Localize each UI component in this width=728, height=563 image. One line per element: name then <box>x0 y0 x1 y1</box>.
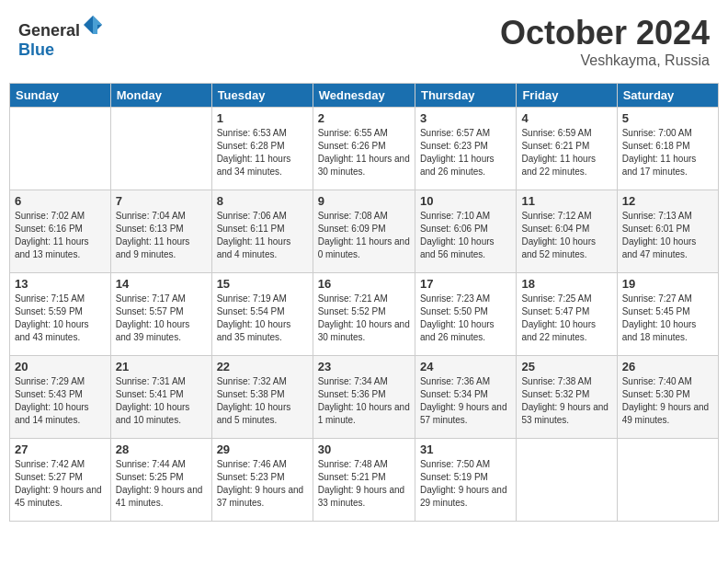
day-number: 15 <box>217 277 308 291</box>
day-info: Sunrise: 6:57 AM Sunset: 6:23 PM Dayligh… <box>420 127 511 178</box>
calendar-cell: 31Sunrise: 7:50 AM Sunset: 5:19 PM Dayli… <box>415 439 516 522</box>
day-info: Sunrise: 7:13 AM Sunset: 6:01 PM Dayligh… <box>622 210 713 261</box>
day-number: 12 <box>622 194 713 208</box>
day-info: Sunrise: 7:23 AM Sunset: 5:50 PM Dayligh… <box>420 293 511 344</box>
page-header: General Blue October 2024 Veshkayma, Rus… <box>9 9 719 74</box>
day-number: 29 <box>217 442 308 456</box>
month-title: October 2024 <box>500 14 710 52</box>
location-title: Veshkayma, Russia <box>500 52 710 69</box>
calendar-cell: 17Sunrise: 7:23 AM Sunset: 5:50 PM Dayli… <box>415 273 516 356</box>
calendar-cell: 16Sunrise: 7:21 AM Sunset: 5:52 PM Dayli… <box>313 273 415 356</box>
logo-icon <box>82 14 104 36</box>
day-number: 26 <box>622 360 713 373</box>
day-number: 18 <box>521 277 611 291</box>
logo-general: General <box>18 21 80 40</box>
day-number: 16 <box>318 277 410 291</box>
day-info: Sunrise: 7:17 AM Sunset: 5:57 PM Dayligh… <box>116 293 207 344</box>
day-number: 8 <box>217 194 308 208</box>
weekday-header-tuesday: Tuesday <box>211 84 313 108</box>
day-number: 9 <box>318 194 410 208</box>
day-info: Sunrise: 7:04 AM Sunset: 6:13 PM Dayligh… <box>116 210 207 261</box>
day-number: 6 <box>15 194 106 208</box>
calendar-cell <box>10 108 111 190</box>
calendar-cell: 12Sunrise: 7:13 AM Sunset: 6:01 PM Dayli… <box>617 190 718 273</box>
day-info: Sunrise: 7:38 AM Sunset: 5:32 PM Dayligh… <box>521 375 611 427</box>
calendar-cell: 13Sunrise: 7:15 AM Sunset: 5:59 PM Dayli… <box>10 273 111 356</box>
calendar-cell <box>517 439 617 522</box>
weekday-header-saturday: Saturday <box>617 84 718 108</box>
calendar-cell: 14Sunrise: 7:17 AM Sunset: 5:57 PM Dayli… <box>110 273 211 356</box>
calendar-table: SundayMondayTuesdayWednesdayThursdayFrid… <box>9 83 719 522</box>
day-info: Sunrise: 7:36 AM Sunset: 5:34 PM Dayligh… <box>420 375 511 427</box>
day-info: Sunrise: 7:21 AM Sunset: 5:52 PM Dayligh… <box>318 293 410 344</box>
day-info: Sunrise: 7:48 AM Sunset: 5:21 PM Dayligh… <box>318 458 410 510</box>
day-info: Sunrise: 7:42 AM Sunset: 5:27 PM Dayligh… <box>15 458 106 510</box>
calendar-cell: 2Sunrise: 6:55 AM Sunset: 6:26 PM Daylig… <box>313 108 415 190</box>
day-info: Sunrise: 7:29 AM Sunset: 5:43 PM Dayligh… <box>15 375 106 427</box>
logo: General Blue <box>18 14 104 60</box>
calendar-cell: 11Sunrise: 7:12 AM Sunset: 6:04 PM Dayli… <box>517 190 617 273</box>
calendar-cell: 19Sunrise: 7:27 AM Sunset: 5:45 PM Dayli… <box>617 273 718 356</box>
calendar-cell: 7Sunrise: 7:04 AM Sunset: 6:13 PM Daylig… <box>110 190 211 273</box>
calendar-cell <box>110 108 211 190</box>
day-info: Sunrise: 7:31 AM Sunset: 5:41 PM Dayligh… <box>116 375 207 427</box>
day-info: Sunrise: 6:55 AM Sunset: 6:26 PM Dayligh… <box>318 127 410 178</box>
day-number: 5 <box>622 111 713 125</box>
day-number: 22 <box>217 360 308 373</box>
calendar-cell: 1Sunrise: 6:53 AM Sunset: 6:28 PM Daylig… <box>211 108 313 190</box>
calendar-cell: 22Sunrise: 7:32 AM Sunset: 5:38 PM Dayli… <box>211 356 313 439</box>
day-info: Sunrise: 7:00 AM Sunset: 6:18 PM Dayligh… <box>622 127 713 178</box>
day-info: Sunrise: 7:25 AM Sunset: 5:47 PM Dayligh… <box>521 293 611 344</box>
weekday-header-wednesday: Wednesday <box>313 84 415 108</box>
calendar-cell: 29Sunrise: 7:46 AM Sunset: 5:23 PM Dayli… <box>211 439 313 522</box>
calendar-cell: 8Sunrise: 7:06 AM Sunset: 6:11 PM Daylig… <box>211 190 313 273</box>
day-number: 4 <box>521 111 611 125</box>
day-number: 11 <box>521 194 611 208</box>
day-info: Sunrise: 7:12 AM Sunset: 6:04 PM Dayligh… <box>521 210 611 261</box>
day-number: 27 <box>15 442 106 456</box>
calendar-cell: 27Sunrise: 7:42 AM Sunset: 5:27 PM Dayli… <box>10 439 111 522</box>
calendar-cell: 28Sunrise: 7:44 AM Sunset: 5:25 PM Dayli… <box>110 439 211 522</box>
calendar-cell: 5Sunrise: 7:00 AM Sunset: 6:18 PM Daylig… <box>617 108 718 190</box>
day-info: Sunrise: 7:08 AM Sunset: 6:09 PM Dayligh… <box>318 210 410 261</box>
calendar-cell: 6Sunrise: 7:02 AM Sunset: 6:16 PM Daylig… <box>10 190 111 273</box>
day-info: Sunrise: 7:06 AM Sunset: 6:11 PM Dayligh… <box>217 210 308 261</box>
day-info: Sunrise: 7:15 AM Sunset: 5:59 PM Dayligh… <box>15 293 106 344</box>
day-info: Sunrise: 6:59 AM Sunset: 6:21 PM Dayligh… <box>521 127 611 178</box>
calendar-cell: 3Sunrise: 6:57 AM Sunset: 6:23 PM Daylig… <box>415 108 516 190</box>
day-info: Sunrise: 7:02 AM Sunset: 6:16 PM Dayligh… <box>15 210 106 261</box>
weekday-header-friday: Friday <box>517 84 617 108</box>
day-info: Sunrise: 7:32 AM Sunset: 5:38 PM Dayligh… <box>217 375 308 427</box>
day-number: 3 <box>420 111 511 125</box>
day-info: Sunrise: 7:10 AM Sunset: 6:06 PM Dayligh… <box>420 210 511 261</box>
day-number: 19 <box>622 277 713 291</box>
calendar-cell: 15Sunrise: 7:19 AM Sunset: 5:54 PM Dayli… <box>211 273 313 356</box>
day-number: 20 <box>15 360 106 373</box>
calendar-cell: 24Sunrise: 7:36 AM Sunset: 5:34 PM Dayli… <box>415 356 516 439</box>
weekday-header-monday: Monday <box>110 84 211 108</box>
day-info: Sunrise: 7:34 AM Sunset: 5:36 PM Dayligh… <box>318 375 410 427</box>
calendar-cell: 20Sunrise: 7:29 AM Sunset: 5:43 PM Dayli… <box>10 356 111 439</box>
calendar-cell: 21Sunrise: 7:31 AM Sunset: 5:41 PM Dayli… <box>110 356 211 439</box>
day-number: 17 <box>420 277 511 291</box>
weekday-header-sunday: Sunday <box>10 84 111 108</box>
logo-blue: Blue <box>18 40 54 59</box>
calendar-cell <box>617 439 718 522</box>
title-block: October 2024 Veshkayma, Russia <box>500 14 710 69</box>
calendar-cell: 9Sunrise: 7:08 AM Sunset: 6:09 PM Daylig… <box>313 190 415 273</box>
day-number: 10 <box>420 194 511 208</box>
day-number: 25 <box>521 360 611 373</box>
day-number: 13 <box>15 277 106 291</box>
calendar-cell: 23Sunrise: 7:34 AM Sunset: 5:36 PM Dayli… <box>313 356 415 439</box>
day-info: Sunrise: 7:46 AM Sunset: 5:23 PM Dayligh… <box>217 458 308 510</box>
logo-text: General Blue <box>18 14 104 60</box>
day-info: Sunrise: 7:19 AM Sunset: 5:54 PM Dayligh… <box>217 293 308 344</box>
calendar-cell: 18Sunrise: 7:25 AM Sunset: 5:47 PM Dayli… <box>517 273 617 356</box>
day-info: Sunrise: 7:50 AM Sunset: 5:19 PM Dayligh… <box>420 458 511 510</box>
day-info: Sunrise: 7:27 AM Sunset: 5:45 PM Dayligh… <box>622 293 713 344</box>
day-number: 7 <box>116 194 207 208</box>
calendar-cell: 26Sunrise: 7:40 AM Sunset: 5:30 PM Dayli… <box>617 356 718 439</box>
day-number: 21 <box>116 360 207 373</box>
calendar-cell: 4Sunrise: 6:59 AM Sunset: 6:21 PM Daylig… <box>517 108 617 190</box>
day-info: Sunrise: 6:53 AM Sunset: 6:28 PM Dayligh… <box>217 127 308 178</box>
